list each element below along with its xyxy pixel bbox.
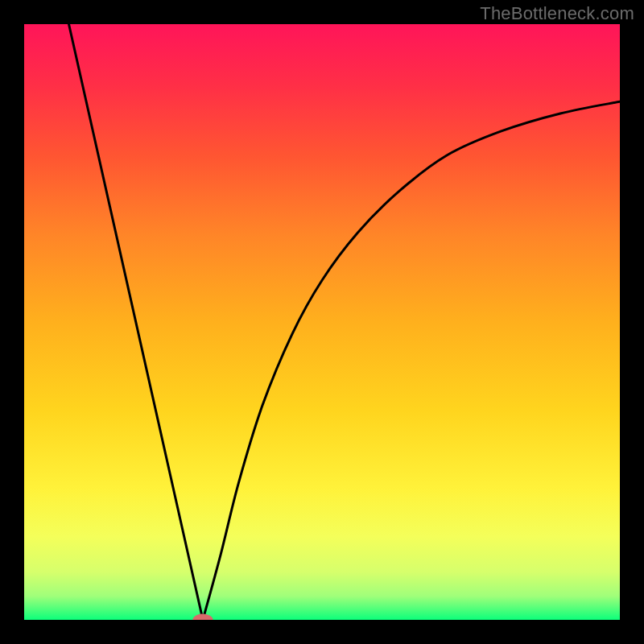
chart-svg [0, 0, 644, 644]
min-marker [192, 614, 213, 626]
plot-background [24, 24, 620, 620]
chart-frame: TheBottleneck.com [0, 0, 644, 644]
watermark-text: TheBottleneck.com [480, 3, 634, 24]
